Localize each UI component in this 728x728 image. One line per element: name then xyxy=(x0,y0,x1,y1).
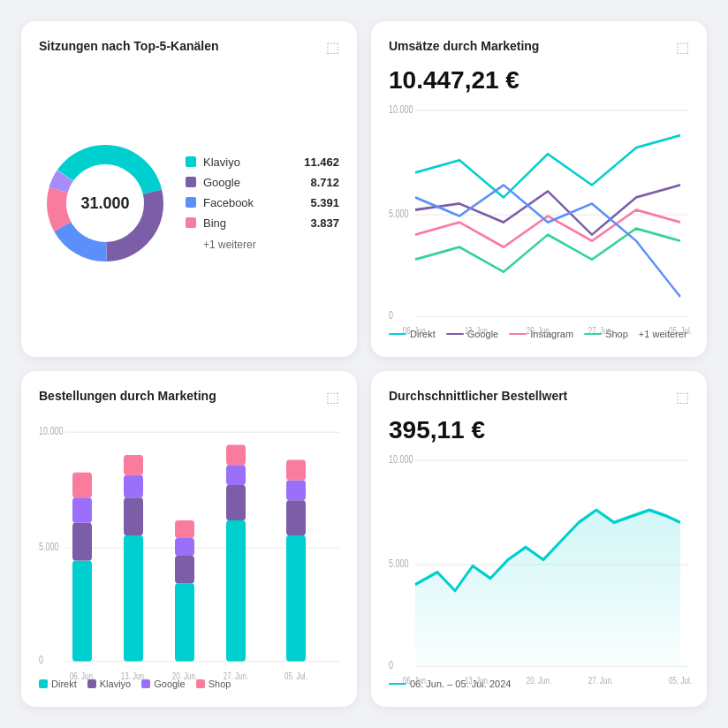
svg-rect-37 xyxy=(226,445,246,466)
svg-text:13. Jun.: 13. Jun. xyxy=(465,675,489,686)
sessions-body: 31.000 Klaviyo 11.462 Google 8.712 Faceb… xyxy=(39,66,339,339)
export-icon[interactable]: ⬚ xyxy=(326,39,339,56)
svg-text:10.000: 10.000 xyxy=(39,425,63,437)
revenue-title: Umsätze durch Marketing xyxy=(389,39,539,53)
sessions-title: Sitzungen nach Top-5-Kanälen xyxy=(39,39,219,53)
orders-header: Bestellungen durch Marketing ⬚ xyxy=(39,389,339,406)
svg-rect-33 xyxy=(175,520,194,538)
svg-rect-36 xyxy=(226,465,246,485)
orders-chart-area: 10.000 5.000 0 xyxy=(39,420,339,671)
google-line xyxy=(446,333,464,335)
svg-marker-53 xyxy=(415,510,680,666)
orders-title: Bestellungen durch Marketing xyxy=(39,389,216,403)
bing-label: Bing xyxy=(203,216,303,230)
svg-text:27. Jun.: 27. Jun. xyxy=(588,675,613,686)
svg-rect-25 xyxy=(72,473,92,498)
svg-rect-30 xyxy=(175,583,194,661)
svg-rect-32 xyxy=(175,538,194,556)
svg-rect-24 xyxy=(72,497,92,523)
svg-rect-26 xyxy=(124,535,143,662)
svg-text:13. Jun.: 13. Jun. xyxy=(465,325,489,337)
revenue-chart-area: 10.000 5.000 0 06. Jun. 13. Jun xyxy=(389,98,689,322)
sessions-legend: Klaviyo 11.462 Google 8.712 Facebook 5.3… xyxy=(186,155,339,251)
google-value: 8.712 xyxy=(310,176,339,189)
bing-dot xyxy=(186,217,196,228)
sessions-more: +1 weiterer xyxy=(186,239,339,251)
facebook-value: 5.391 xyxy=(310,196,339,209)
svg-rect-27 xyxy=(124,497,143,535)
svg-rect-39 xyxy=(286,500,306,535)
klaviyo-label: Klaviyo xyxy=(203,155,297,169)
facebook-label: Facebook xyxy=(203,196,303,209)
orders-export-icon[interactable]: ⬚ xyxy=(326,389,339,406)
svg-text:10.000: 10.000 xyxy=(389,102,413,115)
instagram-line xyxy=(509,333,527,335)
svg-text:10.000: 10.000 xyxy=(389,452,413,465)
legend-item-facebook: Facebook 5.391 xyxy=(186,196,339,209)
card-header: Sitzungen nach Top-5-Kanälen ⬚ xyxy=(39,39,339,56)
revenue-value: 10.447,21 € xyxy=(389,66,689,95)
svg-text:20. Jun.: 20. Jun. xyxy=(527,325,551,337)
avg-export-icon[interactable]: ⬚ xyxy=(676,389,689,406)
bing-value: 3.837 xyxy=(310,216,339,230)
donut-chart: 31.000 xyxy=(39,137,171,269)
donut-total: 31.000 xyxy=(80,193,129,212)
svg-text:0: 0 xyxy=(389,309,393,322)
svg-rect-41 xyxy=(286,460,306,481)
svg-rect-34 xyxy=(226,520,246,662)
revenue-card: Umsätze durch Marketing ⬚ 10.447,21 € 10… xyxy=(371,21,707,357)
avg-value: 395,11 € xyxy=(389,416,689,444)
avg-header: Durchschnittlicher Bestellwert ⬚ xyxy=(389,389,689,406)
svg-text:06. Jun.: 06. Jun. xyxy=(403,325,428,337)
avg-title: Durchschnittlicher Bestellwert xyxy=(389,389,567,403)
dashboard: Sitzungen nach Top-5-Kanälen ⬚ xyxy=(0,0,728,728)
google-label: Google xyxy=(203,176,303,189)
svg-text:20. Jun.: 20. Jun. xyxy=(172,670,197,681)
svg-text:5.000: 5.000 xyxy=(39,541,58,553)
svg-rect-35 xyxy=(226,485,246,520)
legend-item-google: Google 8.712 xyxy=(186,176,339,189)
svg-text:27. Jun.: 27. Jun. xyxy=(224,670,248,681)
avg-order-card: Durchschnittlicher Bestellwert ⬚ 395,11 … xyxy=(371,371,707,707)
svg-text:0: 0 xyxy=(39,654,43,666)
klaviyo-value: 11.462 xyxy=(304,155,339,169)
svg-text:20. Jun.: 20. Jun. xyxy=(527,675,551,686)
avg-chart-area: 10.000 5.000 0 06. Jun. xyxy=(389,448,689,671)
svg-rect-40 xyxy=(286,480,306,500)
revenue-export-icon[interactable]: ⬚ xyxy=(676,39,689,56)
orders-card: Bestellungen durch Marketing ⬚ 10.000 5.… xyxy=(21,371,357,707)
svg-rect-23 xyxy=(72,523,92,561)
svg-text:5.000: 5.000 xyxy=(389,207,409,219)
svg-rect-22 xyxy=(72,561,92,662)
sessions-card: Sitzungen nach Top-5-Kanälen ⬚ xyxy=(21,21,357,357)
google-dot xyxy=(186,177,196,187)
svg-rect-29 xyxy=(124,455,143,475)
svg-text:0: 0 xyxy=(389,659,393,671)
svg-text:05. Jul.: 05. Jul. xyxy=(669,675,692,686)
svg-text:05. Jul.: 05. Jul. xyxy=(669,325,692,337)
legend-item-bing: Bing 3.837 xyxy=(186,216,339,230)
orders-direkt-dot xyxy=(39,679,48,688)
legend-item-klaviyo: Klaviyo 11.462 xyxy=(186,155,339,169)
svg-rect-31 xyxy=(175,556,194,583)
svg-text:06. Jun.: 06. Jun. xyxy=(70,670,95,681)
svg-text:5.000: 5.000 xyxy=(389,557,409,569)
svg-text:05. Jul.: 05. Jul. xyxy=(284,670,307,681)
svg-text:06. Jun.: 06. Jun. xyxy=(403,675,428,686)
svg-rect-28 xyxy=(124,475,143,498)
svg-text:13. Jun.: 13. Jun. xyxy=(121,670,146,681)
svg-rect-38 xyxy=(286,535,306,662)
svg-text:27. Jun.: 27. Jun. xyxy=(588,325,613,337)
klaviyo-dot xyxy=(186,156,196,167)
facebook-dot xyxy=(186,197,196,208)
revenue-header: Umsätze durch Marketing ⬚ xyxy=(389,39,689,56)
